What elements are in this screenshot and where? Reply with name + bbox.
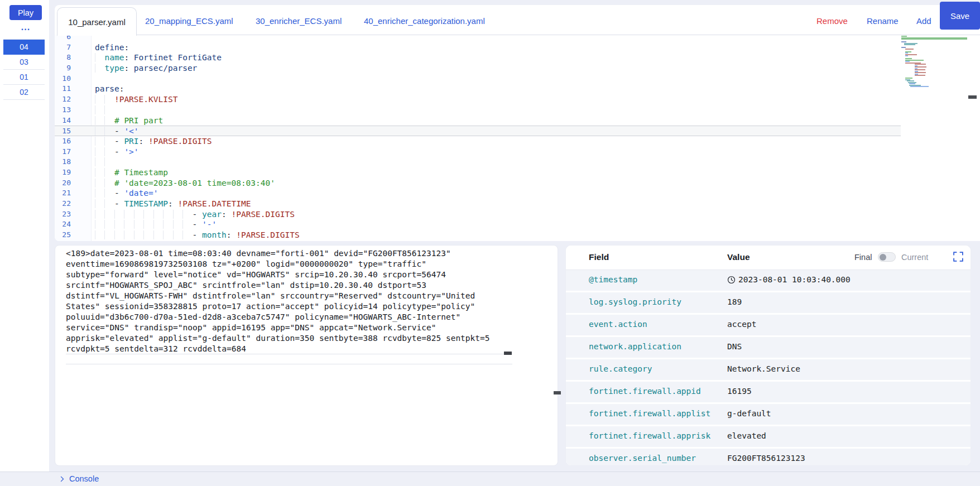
editor-header: 10_parser.yaml 20_mapping_ECS.yaml 30_en… xyxy=(55,5,980,35)
code-line-12[interactable]: 12 !PARSE.KVLIST xyxy=(55,94,901,105)
parser-workbench: Play ... 04030102 10_parser.yaml 20_mapp… xyxy=(0,0,980,486)
event-list-scrollbar-thumb[interactable] xyxy=(504,352,512,355)
code-text: - '-' xyxy=(91,219,217,230)
code-line-8[interactable]: 8 name: Fortinet FortiGate xyxy=(55,52,901,63)
sidebar-item-01[interactable]: 01 xyxy=(3,70,45,85)
tab-30-enricher[interactable]: 30_enricher_ECS.yaml xyxy=(256,16,342,26)
play-button[interactable]: Play xyxy=(9,5,42,20)
current-label: Current xyxy=(901,253,928,262)
code-line-17[interactable]: 17 - '>' xyxy=(55,147,901,157)
field-row-fortinet.firewall.applist: fortinet.firewall.applistg-default xyxy=(566,404,971,425)
line-number: 11 xyxy=(55,84,91,94)
code-line-21[interactable]: 21 - 'date=' xyxy=(55,188,901,199)
sidebar-item-03[interactable]: 03 xyxy=(3,55,45,70)
code-line-6[interactable]: 6 xyxy=(55,35,901,42)
tab-40-enricher-categorization[interactable]: 40_enricher_categorization.yaml xyxy=(364,16,485,26)
code-text: define: xyxy=(91,42,129,53)
field-name[interactable]: @timestamp xyxy=(589,275,637,284)
code-text: # Timestamp xyxy=(91,167,168,178)
field-value: FG200FT856123123 xyxy=(727,454,805,463)
code-text: # PRI part xyxy=(91,116,163,126)
code-text: parse: xyxy=(91,84,124,94)
field-name[interactable]: fortinet.firewall.apprisk xyxy=(589,431,710,440)
field-name[interactable]: fortinet.firewall.appid xyxy=(589,387,701,396)
code-text: # 'date=2023-08-01 time=08:03:40' xyxy=(91,178,275,189)
code-text: type: parsec/parser xyxy=(91,63,197,74)
panel-resize-handle[interactable] xyxy=(554,391,561,394)
code-line-18[interactable]: 18 xyxy=(55,157,901,167)
code-line-16[interactable]: 16 - PRI: !PARSE.DIGITS xyxy=(55,136,901,147)
line-number: 14 xyxy=(55,116,91,126)
code-line-9[interactable]: 9 type: parsec/parser xyxy=(55,63,901,74)
code-line-23[interactable]: 23 - year: !PARSE.DIGITS xyxy=(55,209,901,220)
code-line-24[interactable]: 24 - '-' xyxy=(55,219,901,230)
line-number: 13 xyxy=(55,105,91,116)
field-value: Network.Service xyxy=(727,364,800,373)
code-text: !PARSE.KVLIST xyxy=(91,94,177,105)
field-name[interactable]: rule.category xyxy=(589,364,652,373)
code-line-19[interactable]: 19 # Timestamp xyxy=(55,167,901,178)
code-text: - TIMESTAMP: !PARSE.DATETIME xyxy=(91,199,251,209)
remove-button[interactable]: Remove xyxy=(816,16,848,26)
more-button[interactable]: ... xyxy=(9,21,42,33)
editor-scrollbar-thumb[interactable] xyxy=(968,95,977,99)
minimap[interactable] xyxy=(901,36,969,88)
sidebar-item-02[interactable]: 02 xyxy=(3,85,45,100)
raw-log-event[interactable]: <189>date=2023-08-01 time=08:03:40 devna… xyxy=(66,248,508,354)
line-number: 23 xyxy=(55,209,91,220)
field-value: DNS xyxy=(727,342,742,351)
console-label: Console xyxy=(69,474,99,483)
fields-rows: @timestamp2023-08-01 10:03:40.000log.sys… xyxy=(566,270,971,466)
add-button[interactable]: Add xyxy=(916,16,931,26)
code-editor[interactable]: 67define:8 name: Fortinet FortiGate9 typ… xyxy=(55,35,980,241)
code-line-15[interactable]: 15 - '<' xyxy=(55,126,901,136)
code-text: - year: !PARSE.DIGITS xyxy=(91,209,295,220)
field-row-@timestamp: @timestamp2023-08-01 10:03:40.000 xyxy=(566,270,971,291)
code-line-11[interactable]: 11parse: xyxy=(55,84,901,94)
console-bar: Console xyxy=(0,471,980,486)
console-toggle[interactable]: Console xyxy=(59,474,99,483)
field-row-event.action: event.actionaccept xyxy=(566,315,971,335)
line-number: 17 xyxy=(55,147,91,157)
line-number: 19 xyxy=(55,167,91,178)
editor-panel: 10_parser.yaml 20_mapping_ECS.yaml 30_en… xyxy=(55,5,980,241)
expand-icon[interactable] xyxy=(953,252,963,262)
sidebar-item-04[interactable]: 04 xyxy=(3,40,45,55)
code-line-14[interactable]: 14 # PRI part xyxy=(55,116,901,126)
code-line-7[interactable]: 7define: xyxy=(55,42,901,53)
field-name[interactable]: event.action xyxy=(589,320,647,329)
field-name[interactable]: network.application xyxy=(589,342,681,351)
code-text xyxy=(91,74,95,84)
code-line-22[interactable]: 22 - TIMESTAMP: !PARSE.DATETIME xyxy=(55,199,901,209)
field-name[interactable]: observer.serial_number xyxy=(589,454,696,463)
code-line-25[interactable]: 25 - month: !PARSE.DIGITS xyxy=(55,230,901,240)
event-separator xyxy=(66,364,512,364)
line-number: 21 xyxy=(55,188,91,199)
line-number: 6 xyxy=(55,35,91,42)
line-number: 20 xyxy=(55,178,91,189)
line-number: 8 xyxy=(55,52,91,63)
line-number: 9 xyxy=(55,63,91,74)
rename-button[interactable]: Rename xyxy=(867,16,899,26)
save-button[interactable]: Save xyxy=(940,2,980,30)
field-value: accept xyxy=(727,320,756,329)
line-number: 10 xyxy=(55,74,91,84)
field-name[interactable]: log.syslog.priority xyxy=(589,297,681,306)
field-value: 16195 xyxy=(727,387,752,396)
final-label: Final xyxy=(854,253,872,262)
line-number: 25 xyxy=(55,230,91,240)
chevron-right-icon xyxy=(59,475,65,483)
field-row-observer.serial_number: observer.serial_numberFG200FT856123123 xyxy=(566,449,971,466)
code-text: - '<' xyxy=(91,126,139,136)
tab-20-mapping[interactable]: 20_mapping_ECS.yaml xyxy=(145,16,233,26)
code-line-10[interactable]: 10 xyxy=(55,74,901,84)
code-line-20[interactable]: 20 # 'date=2023-08-01 time=08:03:40' xyxy=(55,178,901,189)
line-number: 24 xyxy=(55,219,91,230)
final-current-toggle[interactable] xyxy=(878,252,896,262)
field-name[interactable]: fortinet.firewall.applist xyxy=(589,409,710,418)
field-row-network.application: network.applicationDNS xyxy=(566,337,971,358)
tab-10-parser[interactable]: 10_parser.yaml xyxy=(57,7,137,36)
field-row-fortinet.firewall.apprisk: fortinet.firewall.appriskelevated xyxy=(566,426,971,447)
code-text: - '>' xyxy=(91,147,139,157)
code-line-13[interactable]: 13 xyxy=(55,105,901,116)
